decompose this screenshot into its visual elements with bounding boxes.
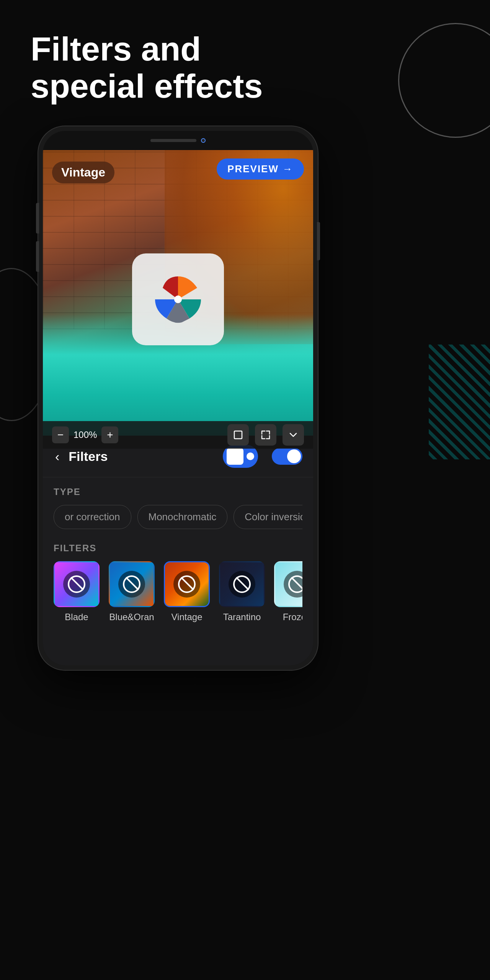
title-line1: Filters and [31, 31, 263, 68]
filters-section-label: FILTERS [54, 543, 302, 554]
svg-rect-1 [234, 431, 242, 439]
preview-button[interactable]: PREVIEW → [217, 158, 304, 180]
photo-canvas: Vintage PREVIEW → [43, 150, 313, 449]
filter-item-tarantino[interactable]: Tarantino [219, 561, 265, 622]
crop-button[interactable] [227, 424, 249, 446]
arrow-right-icon: → [283, 163, 293, 175]
type-chips-container: or correction Monochromatic Color invers… [54, 505, 302, 529]
filter-icon-overlay [63, 571, 90, 598]
bg-stripes-decoration [429, 345, 490, 459]
filters-panel: ‹ Filters TYPE or correction [43, 436, 313, 665]
back-icon: ‹ [55, 449, 59, 464]
title-line2: special effects [31, 68, 263, 105]
grid-view-button[interactable] [227, 448, 243, 465]
zoom-level-display: 100% [74, 430, 97, 440]
no-entry-icon [123, 575, 140, 593]
type-section-label: TYPE [54, 487, 302, 497]
power-button [317, 222, 320, 260]
filters-panel-title: Filters [69, 449, 215, 464]
zoom-plus-icon: + [107, 429, 113, 441]
more-options-button[interactable] [283, 424, 304, 446]
expand-icon [260, 430, 271, 440]
vintage-badge-text: Vintage [61, 165, 105, 179]
no-entry-icon [178, 575, 196, 593]
zoom-controls: − 100% + [52, 426, 118, 443]
zoom-in-button[interactable]: + [101, 426, 118, 443]
no-entry-icon [68, 575, 85, 593]
filter-thumb-vintage [164, 561, 210, 607]
filter-label-blade: Blade [65, 612, 88, 622]
filters-section: FILTERS Blade [43, 535, 313, 630]
phone-screen: Vintage PREVIEW → [43, 131, 313, 665]
filter-label-blue-oran: Blue&Oran [109, 612, 154, 622]
bg-circle-decoration [398, 23, 490, 138]
type-chip-label: Color inversion [245, 511, 302, 523]
filter-toggle-switch[interactable] [272, 448, 302, 465]
filter-label-vintage: Vintage [172, 612, 203, 622]
back-button[interactable]: ‹ [54, 448, 61, 466]
app-logo-overlay [132, 253, 224, 345]
filter-icon-overlay [284, 571, 302, 598]
filter-item-frozen[interactable]: Frozen [274, 561, 302, 622]
camera-dot [201, 138, 206, 143]
filter-thumb-tarantino [219, 561, 265, 607]
filter-name-badge: Vintage [52, 162, 114, 183]
filter-icon-overlay [229, 571, 255, 598]
filter-item-vintage[interactable]: Vintage [164, 561, 210, 622]
page-title: Filters and special effects [31, 31, 263, 105]
photo-toolbar: − 100% + [43, 421, 313, 449]
no-entry-icon [288, 575, 302, 593]
expand-button[interactable] [255, 424, 276, 446]
type-chip-label: or correction [65, 511, 120, 523]
speaker-notch [150, 139, 196, 142]
filter-thumb-blue-oran [109, 561, 155, 607]
filter-item-blade[interactable]: Blade [54, 561, 100, 622]
preview-button-label: PREVIEW [227, 163, 279, 175]
type-chip-color-correction[interactable]: or correction [54, 505, 131, 529]
filter-item-blue-oran[interactable]: Blue&Oran [109, 561, 155, 622]
phone-device: Vintage PREVIEW → [38, 126, 318, 670]
volume-down-button [36, 241, 39, 272]
crop-icon [233, 430, 243, 440]
type-chip-color-inversion[interactable]: Color inversion [234, 505, 302, 529]
zoom-minus-icon: − [57, 429, 64, 441]
list-view-button[interactable] [247, 452, 254, 460]
filter-items-list: Blade Blue&Oran [54, 561, 302, 630]
chevron-down-icon [288, 430, 299, 440]
filter-label-tarantino: Tarantino [223, 612, 261, 622]
zoom-out-button[interactable]: − [52, 426, 69, 443]
type-section: TYPE or correction Monochromatic Color i… [43, 477, 313, 535]
volume-up-button [36, 203, 39, 234]
status-bar [43, 131, 313, 150]
filter-label-frozen: Frozen [283, 612, 302, 622]
filter-icon-overlay [118, 571, 145, 598]
filter-icon-overlay [173, 571, 200, 598]
filter-thumb-frozen [274, 561, 302, 607]
type-chip-monochromatic[interactable]: Monochromatic [137, 505, 228, 529]
type-chip-label: Monochromatic [149, 511, 217, 523]
pinwheel-icon [147, 269, 209, 330]
no-entry-icon [233, 575, 251, 593]
filter-thumb-blade [54, 561, 100, 607]
